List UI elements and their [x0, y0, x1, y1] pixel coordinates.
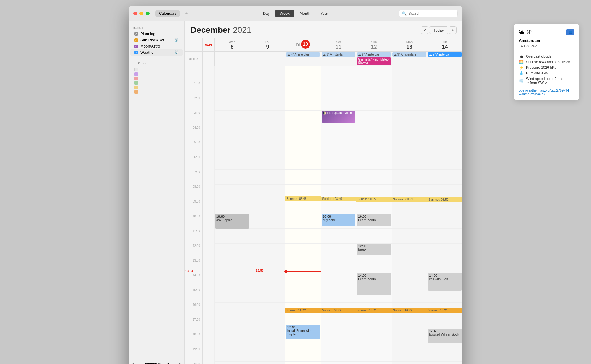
time-02: 02:00	[185, 96, 202, 111]
calendar-header: December 2021 < Today >	[185, 21, 462, 38]
day-num-sat: 11	[321, 44, 356, 50]
search-input[interactable]	[408, 11, 454, 16]
time-03: 03:00	[185, 111, 202, 125]
sunrise-icon: 🌅	[519, 60, 524, 64]
time-16: 16:00	[185, 303, 202, 317]
sidebar-item-weather[interactable]: ✓ Weather 📡	[130, 49, 183, 56]
time-01: 01:00	[185, 81, 202, 96]
search-box[interactable]: 🔍	[399, 10, 458, 17]
sidebar-item-planning[interactable]: ✓ Planning	[130, 31, 183, 37]
mini-cal-next[interactable]: >	[178, 362, 181, 364]
other-cal-5	[134, 86, 138, 89]
sidebar-item-moonastro[interactable]: ✓ Moon/Astro	[130, 43, 183, 49]
day-col-wed: 10:00ask Sophia	[214, 66, 250, 364]
time-20: 20:00	[185, 362, 202, 364]
day-name-wed: Wed	[229, 40, 235, 44]
time-11: 11:00	[185, 229, 202, 244]
day-header-tue: Tue 14	[427, 38, 462, 51]
mini-cal-prev[interactable]: <	[132, 362, 134, 364]
weather-wind-info: Wind speed up to 3 m/s ↗ from SW ↗	[526, 77, 563, 85]
tab-week[interactable]: Week	[275, 10, 294, 17]
day-name-thu: Thu	[265, 40, 270, 44]
sunset-event-mon: Sunset : 16:22	[392, 308, 427, 313]
event-buy-cake[interactable]: 10:00buy cake	[322, 214, 355, 226]
time-06: 06:00	[185, 155, 202, 170]
time-09: 09:00	[185, 199, 202, 214]
sidebar-badge-weather: 📡	[174, 50, 178, 54]
today-button[interactable]: Today	[429, 26, 448, 34]
moon-event-sat[interactable]: 🌓 First Quarter Moon	[322, 111, 355, 123]
other-label: Other	[133, 60, 180, 66]
sidebar-label-weather: Weather	[140, 50, 155, 55]
weather-wind-dir: ↗ from SW ↗	[526, 81, 563, 85]
time-17: 17:00	[185, 317, 202, 332]
weather-pressure: Pressure 1026 hPa	[526, 66, 556, 70]
day-header-row: W49 Wed 8 Thu 9 Fri 10 Sat	[185, 38, 462, 52]
titlebar: Calendars + Day Week Month Year 🔍	[129, 6, 462, 21]
all-day-sat-amsterdam: ☁ 8° Amsterdam	[322, 52, 355, 57]
weather-widget: 🌥 9° 🟦 Amsterdam 14 Dec 2021 🌥 Overcast …	[514, 24, 579, 100]
day-name-mon: Mon	[406, 40, 413, 44]
event-buy/sell-winrar-stock[interactable]: 17:45buy/sell Winrar stock	[428, 329, 462, 343]
view-tabs: Day Week Month Year	[258, 10, 333, 17]
day-num-wed: 8	[215, 44, 250, 50]
icloud-label: iCloud	[129, 25, 184, 31]
nav-group: < Today >	[421, 26, 457, 34]
weather-link-openweather[interactable]: openweathermap.org/city/2759794	[519, 89, 574, 92]
tab-day[interactable]: Day	[258, 10, 275, 17]
day-header-sun: Sun 12	[356, 38, 392, 51]
next-week-button[interactable]: >	[449, 26, 457, 34]
weather-top: 🌥 9° 🟦	[519, 28, 574, 36]
all-day-wed	[214, 52, 250, 66]
weather-link-vejnoe[interactable]: weather.vejnoe.dk	[519, 92, 574, 96]
event-ask-sophia[interactable]: 10:00ask Sophia	[215, 214, 249, 229]
weather-sunrise: Sunrise 8:43 and sets 16:26	[526, 60, 570, 64]
time-labels: 01:00 02:00 03:00 04:00 05:00 06:00 07:0…	[185, 66, 202, 364]
calendar-window: Calendars + Day Week Month Year 🔍 iCloud…	[129, 6, 462, 364]
sunrise-event-tue: Sunrise : 08:52	[427, 197, 462, 202]
all-day-thu	[250, 52, 285, 66]
day-num-thu: 9	[250, 44, 285, 50]
day-num-sun: 12	[356, 44, 392, 50]
day-col-sun: Sunrise : 08:50Sunset : 16:2210:00Learn …	[356, 66, 392, 364]
pressure-icon: ⚡	[519, 66, 524, 70]
day-name-sat: Sat	[336, 40, 341, 44]
weather-pressure-row: ⚡ Pressure 1026 hPa	[519, 66, 574, 70]
sidebar-item-sunriseset[interactable]: ✓ Sun Rise&Set 📡	[130, 37, 183, 43]
time-19: 19:00	[185, 347, 202, 362]
time-grid: 01:00 02:00 03:00 04:00 05:00 06:00 07:0…	[185, 66, 462, 364]
weather-flag: 🟦	[566, 29, 574, 35]
weather-condition: Overcast clouds	[526, 54, 551, 58]
add-calendar-button[interactable]: +	[185, 10, 188, 17]
maximize-button[interactable]	[146, 12, 150, 15]
all-day-sun-meteor: Geminids "King" Meteor Shower	[357, 57, 391, 65]
all-day-tue: ☁ 9° Amsterdam	[427, 52, 462, 66]
mini-cal-title: December 2021	[143, 362, 169, 364]
weather-date: 14 Dec 2021	[519, 44, 574, 48]
day-col-thu	[250, 66, 285, 364]
tab-month[interactable]: Month	[295, 10, 315, 17]
event-install-zoom-with-sophia[interactable]: 17:30install Zoom with Sophia	[286, 325, 320, 339]
weather-sunrise-row: 🌅 Sunrise 8:43 and sets 16:26	[519, 60, 574, 64]
sunrise-event-sat: Sunrise : 08:49	[321, 197, 356, 201]
tab-year[interactable]: Year	[316, 10, 333, 17]
prev-week-button[interactable]: <	[421, 26, 428, 34]
minimize-button[interactable]	[139, 12, 143, 15]
calendars-button[interactable]: Calendars	[155, 10, 180, 17]
wind-arrow-icon: ↗	[526, 81, 529, 85]
event-call-with-elon[interactable]: 14:00call with Elon	[428, 273, 462, 291]
event-learn-zoom[interactable]: 10:00Learn Zoom	[357, 214, 391, 226]
time-07: 07:00	[185, 170, 202, 185]
event-learn-zoom[interactable]: 14:00Learn Zoom	[357, 273, 391, 295]
day-num-fri: 10	[301, 40, 310, 49]
calendar-title: December 2021	[191, 25, 251, 35]
weather-wind-row: 💨 Wind speed up to 3 m/s ↗ from SW ↗	[519, 77, 574, 85]
day-name-fri: Fri	[296, 43, 300, 46]
event-break[interactable]: 12:00break	[357, 244, 391, 255]
traffic-lights	[133, 12, 150, 15]
time-10: 10:00	[185, 214, 202, 229]
close-button[interactable]	[133, 12, 137, 15]
all-day-mon: ☁ 9° Amsterdam	[392, 52, 427, 66]
all-day-sun-amsterdam: ☁ 9° Amsterdam	[357, 52, 391, 57]
sidebar-label-planning: Planning	[140, 32, 155, 36]
